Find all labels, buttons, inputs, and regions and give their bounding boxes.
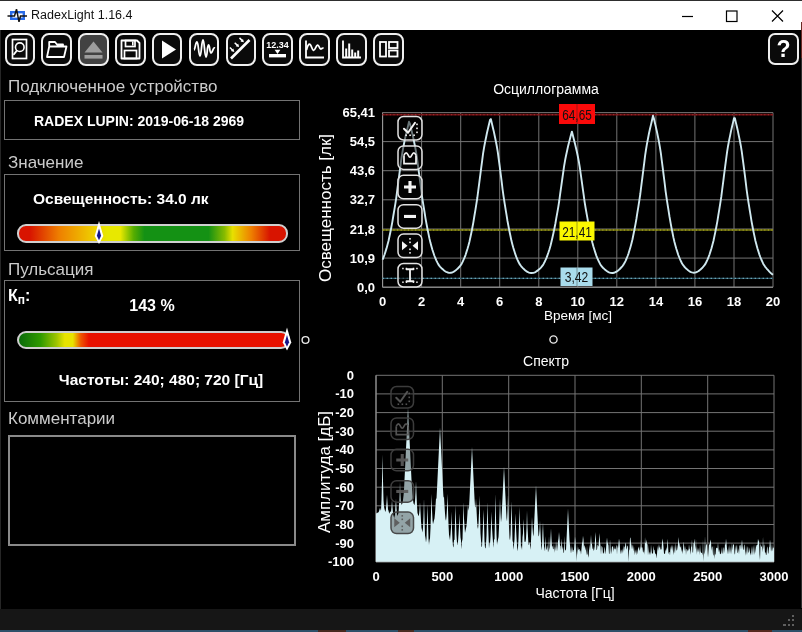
svg-text:21,41: 21,41 — [562, 223, 592, 240]
svg-text:-20: -20 — [335, 405, 354, 420]
svg-text:1500: 1500 — [561, 569, 590, 584]
svg-text:64,65: 64,65 — [562, 106, 592, 123]
svg-text:0,0: 0,0 — [357, 280, 375, 295]
svg-text:20: 20 — [766, 294, 780, 309]
svg-text:-50: -50 — [335, 461, 354, 476]
svg-text:54,5: 54,5 — [350, 134, 375, 149]
svg-text:3,42: 3,42 — [565, 268, 589, 285]
svg-text:-60: -60 — [335, 480, 354, 495]
svg-text:-80: -80 — [335, 517, 354, 532]
svg-text:16: 16 — [688, 294, 702, 309]
svg-text:3000: 3000 — [760, 569, 789, 584]
svg-text:-100: -100 — [328, 554, 354, 569]
svg-text:Частота [Гц]: Частота [Гц] — [535, 585, 614, 601]
svg-text:43,6: 43,6 — [350, 163, 375, 178]
svg-text:21,8: 21,8 — [350, 222, 375, 237]
svg-text:Спектр: Спектр — [523, 353, 569, 369]
svg-text:Амплитуда [дБ]: Амплитуда [дБ] — [315, 411, 334, 533]
svg-text:-10: -10 — [335, 386, 354, 401]
svg-text:Освещенность [лк]: Освещенность [лк] — [316, 134, 335, 282]
svg-text:10,9: 10,9 — [350, 251, 375, 266]
svg-text:Осциллограмма: Осциллограмма — [493, 81, 599, 97]
svg-text:8: 8 — [535, 294, 542, 309]
svg-text:6: 6 — [496, 294, 503, 309]
svg-text:14: 14 — [649, 294, 664, 309]
svg-text:0: 0 — [347, 368, 354, 383]
svg-text:-40: -40 — [335, 442, 354, 457]
svg-text:-90: -90 — [335, 536, 354, 551]
svg-text:12.34: 12.34 — [266, 39, 289, 49]
svg-text:-70: -70 — [335, 498, 354, 513]
svg-text:12: 12 — [610, 294, 624, 309]
svg-text:0: 0 — [372, 569, 379, 584]
svg-text:0: 0 — [379, 294, 386, 309]
svg-text:1000: 1000 — [494, 569, 523, 584]
svg-text:10: 10 — [571, 294, 585, 309]
svg-text:4: 4 — [457, 294, 465, 309]
svg-text:18: 18 — [727, 294, 741, 309]
svg-text:Время [мс]: Время [мс] — [544, 308, 612, 323]
svg-text:2500: 2500 — [693, 569, 722, 584]
svg-text:-30: -30 — [335, 424, 354, 439]
svg-text:2: 2 — [418, 294, 425, 309]
svg-text:500: 500 — [431, 569, 453, 584]
svg-text:32,7: 32,7 — [350, 192, 375, 207]
svg-text:2000: 2000 — [627, 569, 656, 584]
svg-text:65,41: 65,41 — [342, 105, 375, 120]
